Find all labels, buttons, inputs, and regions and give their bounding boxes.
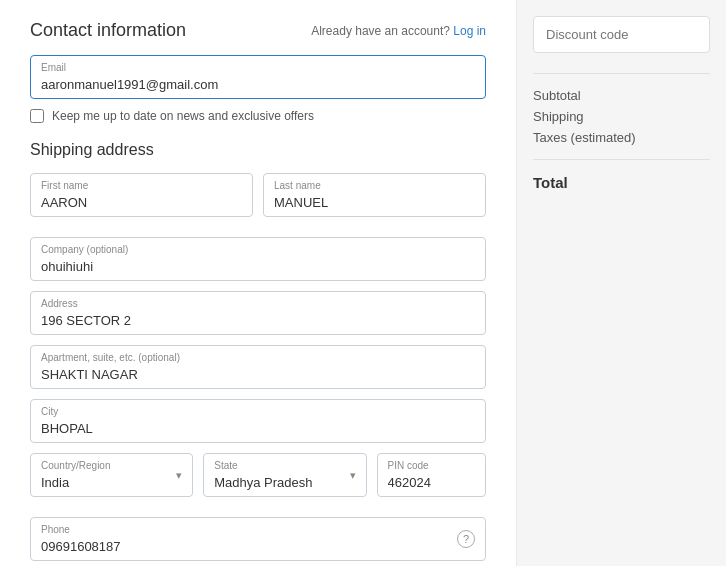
state-label: State [204,454,365,473]
city-input[interactable] [31,419,485,442]
shipping-label: Shipping [533,109,584,124]
country-select[interactable]: India [31,473,192,496]
city-label: City [31,400,485,419]
company-label: Company (optional) [31,238,485,257]
subtotal-line: Subtotal [533,88,710,103]
taxes-line: Taxes (estimated) [533,130,710,145]
phone-field: Phone ? [30,517,486,561]
address-input[interactable] [31,311,485,334]
newsletter-row: Keep me up to date on news and exclusive… [30,109,486,123]
total-line: Total [533,174,710,191]
sidebar: Subtotal Shipping Taxes (estimated) Tota… [516,0,726,566]
state-select[interactable]: Madhya Pradesh [204,473,365,496]
state-field: State Madhya Pradesh [203,453,366,497]
country-state-row: Country/Region India State Madhya Prades… [30,453,486,507]
apartment-field: Apartment, suite, etc. (optional) [30,345,486,389]
shipping-section-title: Shipping address [30,141,486,159]
email-label: Email [31,56,485,75]
contact-title: Contact information [30,20,186,41]
apartment-input[interactable] [31,365,485,388]
phone-input[interactable] [31,537,485,560]
sidebar-divider-top [533,73,710,74]
apartment-label: Apartment, suite, etc. (optional) [31,346,485,365]
main-content: Contact information Already have an acco… [0,0,516,566]
last-name-input[interactable] [264,193,485,216]
account-text: Already have an account? Log in [311,24,486,38]
newsletter-checkbox[interactable] [30,109,44,123]
pin-field: PIN code [377,453,487,497]
city-field: City [30,399,486,443]
contact-header: Contact information Already have an acco… [30,20,486,41]
email-field-wrapper: Email [30,55,486,99]
country-field: Country/Region India [30,453,193,497]
taxes-label: Taxes (estimated) [533,130,636,145]
name-row: First name Last name [30,173,486,227]
login-link[interactable]: Log in [453,24,486,38]
company-field: Company (optional) [30,237,486,281]
first-name-input[interactable] [31,193,252,216]
address-label: Address [31,292,485,311]
pin-label: PIN code [378,454,486,473]
company-input[interactable] [31,257,485,280]
first-name-field: First name [30,173,253,217]
address-field: Address [30,291,486,335]
last-name-label: Last name [264,174,485,193]
pin-input[interactable] [378,473,486,496]
phone-help-icon[interactable]: ? [457,530,475,548]
discount-field-wrap [533,16,710,53]
sidebar-divider-bottom [533,159,710,160]
newsletter-label: Keep me up to date on news and exclusive… [52,109,314,123]
first-name-label: First name [31,174,252,193]
subtotal-label: Subtotal [533,88,581,103]
shipping-line: Shipping [533,109,710,124]
country-label: Country/Region [31,454,192,473]
phone-label: Phone [31,518,485,537]
last-name-field: Last name [263,173,486,217]
discount-input[interactable] [533,16,710,53]
email-input[interactable] [31,75,485,98]
total-label: Total [533,174,568,191]
